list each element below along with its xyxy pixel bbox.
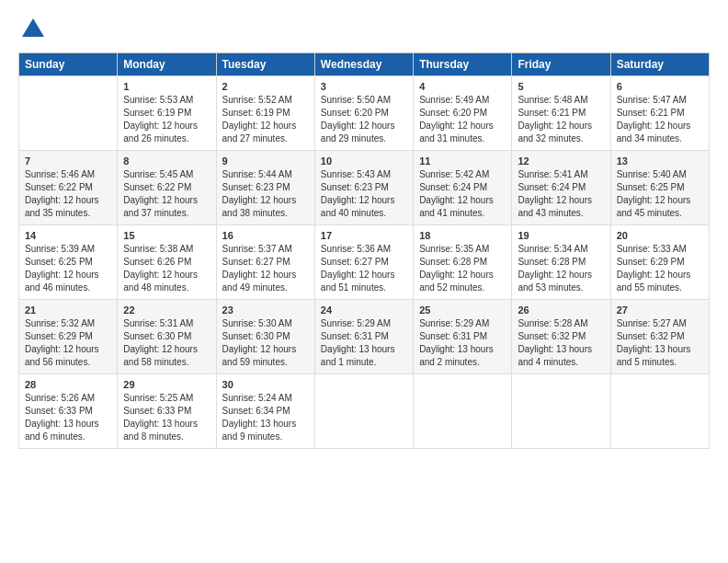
day-info: Sunrise: 5:53 AM Sunset: 6:19 PM Dayligh… xyxy=(123,94,210,145)
day-number: 3 xyxy=(321,81,407,92)
page: SundayMondayTuesdayWednesdayThursdayFrid… xyxy=(0,0,728,460)
day-number: 6 xyxy=(617,81,703,92)
day-number: 30 xyxy=(222,379,309,390)
day-info: Sunrise: 5:38 AM Sunset: 6:26 PM Dayligh… xyxy=(123,243,210,294)
calendar-cell: 17Sunrise: 5:36 AM Sunset: 6:27 PM Dayli… xyxy=(314,225,413,300)
day-number: 5 xyxy=(518,81,604,92)
header xyxy=(18,17,710,47)
calendar-cell: 12Sunrise: 5:41 AM Sunset: 6:24 PM Dayli… xyxy=(512,151,610,225)
calendar-cell: 1Sunrise: 5:53 AM Sunset: 6:19 PM Daylig… xyxy=(118,76,216,151)
day-number: 22 xyxy=(123,304,210,316)
day-info: Sunrise: 5:50 AM Sunset: 6:20 PM Dayligh… xyxy=(321,94,407,145)
day-info: Sunrise: 5:35 AM Sunset: 6:28 PM Dayligh… xyxy=(419,243,506,294)
calendar-cell: 27Sunrise: 5:27 AM Sunset: 6:32 PM Dayli… xyxy=(610,300,709,374)
day-number: 28 xyxy=(25,379,111,390)
calendar-cell: 4Sunrise: 5:49 AM Sunset: 6:20 PM Daylig… xyxy=(414,76,512,151)
day-header-wednesday: Wednesday xyxy=(314,53,413,76)
day-number: 20 xyxy=(617,230,703,241)
calendar-cell: 8Sunrise: 5:45 AM Sunset: 6:22 PM Daylig… xyxy=(118,151,216,225)
day-number: 23 xyxy=(222,304,309,316)
day-header-tuesday: Tuesday xyxy=(216,53,314,76)
day-number: 26 xyxy=(518,304,604,316)
calendar-body: 1Sunrise: 5:53 AM Sunset: 6:19 PM Daylig… xyxy=(19,76,710,449)
day-number: 7 xyxy=(25,155,111,167)
calendar-cell: 28Sunrise: 5:26 AM Sunset: 6:33 PM Dayli… xyxy=(19,374,118,449)
day-info: Sunrise: 5:30 AM Sunset: 6:30 PM Dayligh… xyxy=(222,317,309,369)
calendar-cell: 5Sunrise: 5:48 AM Sunset: 6:21 PM Daylig… xyxy=(512,76,610,151)
day-info: Sunrise: 5:46 AM Sunset: 6:22 PM Dayligh… xyxy=(25,168,111,220)
day-number: 8 xyxy=(123,155,210,167)
week-row-3: 14Sunrise: 5:39 AM Sunset: 6:25 PM Dayli… xyxy=(19,225,710,300)
logo-icon xyxy=(20,17,46,42)
day-info: Sunrise: 5:31 AM Sunset: 6:30 PM Dayligh… xyxy=(123,317,210,369)
day-info: Sunrise: 5:45 AM Sunset: 6:22 PM Dayligh… xyxy=(123,168,210,220)
week-row-1: 1Sunrise: 5:53 AM Sunset: 6:19 PM Daylig… xyxy=(19,76,710,151)
day-info: Sunrise: 5:43 AM Sunset: 6:23 PM Dayligh… xyxy=(321,168,407,220)
calendar-cell: 25Sunrise: 5:29 AM Sunset: 6:31 PM Dayli… xyxy=(414,300,512,374)
calendar-cell: 23Sunrise: 5:30 AM Sunset: 6:30 PM Dayli… xyxy=(216,300,314,374)
calendar-cell: 21Sunrise: 5:32 AM Sunset: 6:29 PM Dayli… xyxy=(19,300,118,374)
week-row-4: 21Sunrise: 5:32 AM Sunset: 6:29 PM Dayli… xyxy=(19,300,710,374)
day-info: Sunrise: 5:44 AM Sunset: 6:23 PM Dayligh… xyxy=(222,168,309,220)
day-info: Sunrise: 5:48 AM Sunset: 6:21 PM Dayligh… xyxy=(518,94,604,145)
calendar-table: SundayMondayTuesdayWednesdayThursdayFrid… xyxy=(18,52,710,449)
calendar-cell: 30Sunrise: 5:24 AM Sunset: 6:34 PM Dayli… xyxy=(216,374,314,449)
day-number: 14 xyxy=(25,230,111,241)
day-number: 21 xyxy=(25,304,111,316)
calendar-cell xyxy=(512,374,610,449)
day-info: Sunrise: 5:27 AM Sunset: 6:32 PM Dayligh… xyxy=(617,317,703,369)
calendar-cell: 3Sunrise: 5:50 AM Sunset: 6:20 PM Daylig… xyxy=(314,76,413,151)
day-header-saturday: Saturday xyxy=(610,53,709,76)
calendar-cell: 7Sunrise: 5:46 AM Sunset: 6:22 PM Daylig… xyxy=(19,151,118,225)
day-number: 29 xyxy=(123,379,210,390)
calendar-cell xyxy=(610,374,709,449)
day-number: 10 xyxy=(321,155,407,167)
day-header-monday: Monday xyxy=(118,53,216,76)
calendar-cell: 11Sunrise: 5:42 AM Sunset: 6:24 PM Dayli… xyxy=(414,151,512,225)
calendar-cell: 18Sunrise: 5:35 AM Sunset: 6:28 PM Dayli… xyxy=(414,225,512,300)
day-info: Sunrise: 5:42 AM Sunset: 6:24 PM Dayligh… xyxy=(419,168,506,220)
svg-marker-0 xyxy=(22,18,44,37)
day-number: 19 xyxy=(518,230,604,241)
week-row-5: 28Sunrise: 5:26 AM Sunset: 6:33 PM Dayli… xyxy=(19,374,710,449)
calendar-cell: 22Sunrise: 5:31 AM Sunset: 6:30 PM Dayli… xyxy=(118,300,216,374)
day-number: 24 xyxy=(321,304,407,316)
day-number: 17 xyxy=(321,230,407,241)
day-header-sunday: Sunday xyxy=(19,53,118,76)
calendar-cell: 14Sunrise: 5:39 AM Sunset: 6:25 PM Dayli… xyxy=(19,225,118,300)
day-info: Sunrise: 5:37 AM Sunset: 6:27 PM Dayligh… xyxy=(222,243,309,294)
calendar-cell: 19Sunrise: 5:34 AM Sunset: 6:28 PM Dayli… xyxy=(512,225,610,300)
calendar-cell: 2Sunrise: 5:52 AM Sunset: 6:19 PM Daylig… xyxy=(216,76,314,151)
day-number: 15 xyxy=(123,230,210,241)
day-number: 16 xyxy=(222,230,309,241)
day-info: Sunrise: 5:34 AM Sunset: 6:28 PM Dayligh… xyxy=(518,243,604,294)
calendar-cell: 20Sunrise: 5:33 AM Sunset: 6:29 PM Dayli… xyxy=(610,225,709,300)
day-number: 4 xyxy=(419,81,506,92)
week-row-2: 7Sunrise: 5:46 AM Sunset: 6:22 PM Daylig… xyxy=(19,151,710,225)
calendar-cell: 24Sunrise: 5:29 AM Sunset: 6:31 PM Dayli… xyxy=(314,300,413,374)
day-number: 13 xyxy=(617,155,703,167)
day-info: Sunrise: 5:26 AM Sunset: 6:33 PM Dayligh… xyxy=(25,392,111,443)
logo xyxy=(18,17,46,47)
calendar-cell xyxy=(414,374,512,449)
calendar-cell: 26Sunrise: 5:28 AM Sunset: 6:32 PM Dayli… xyxy=(512,300,610,374)
day-number: 1 xyxy=(123,81,210,92)
day-info: Sunrise: 5:29 AM Sunset: 6:31 PM Dayligh… xyxy=(321,317,407,369)
calendar-cell: 29Sunrise: 5:25 AM Sunset: 6:33 PM Dayli… xyxy=(118,374,216,449)
calendar-cell: 15Sunrise: 5:38 AM Sunset: 6:26 PM Dayli… xyxy=(118,225,216,300)
day-info: Sunrise: 5:33 AM Sunset: 6:29 PM Dayligh… xyxy=(617,243,703,294)
day-info: Sunrise: 5:25 AM Sunset: 6:33 PM Dayligh… xyxy=(123,392,210,443)
day-info: Sunrise: 5:52 AM Sunset: 6:19 PM Dayligh… xyxy=(222,94,309,145)
calendar-cell xyxy=(314,374,413,449)
day-info: Sunrise: 5:40 AM Sunset: 6:25 PM Dayligh… xyxy=(617,168,703,220)
day-info: Sunrise: 5:28 AM Sunset: 6:32 PM Dayligh… xyxy=(518,317,604,369)
day-number: 9 xyxy=(222,155,309,167)
calendar-cell xyxy=(19,76,118,151)
calendar-header-row: SundayMondayTuesdayWednesdayThursdayFrid… xyxy=(19,53,710,76)
day-number: 25 xyxy=(419,304,506,316)
day-info: Sunrise: 5:47 AM Sunset: 6:21 PM Dayligh… xyxy=(617,94,703,145)
day-info: Sunrise: 5:32 AM Sunset: 6:29 PM Dayligh… xyxy=(25,317,111,369)
day-number: 12 xyxy=(518,155,604,167)
day-number: 27 xyxy=(617,304,703,316)
day-info: Sunrise: 5:36 AM Sunset: 6:27 PM Dayligh… xyxy=(321,243,407,294)
